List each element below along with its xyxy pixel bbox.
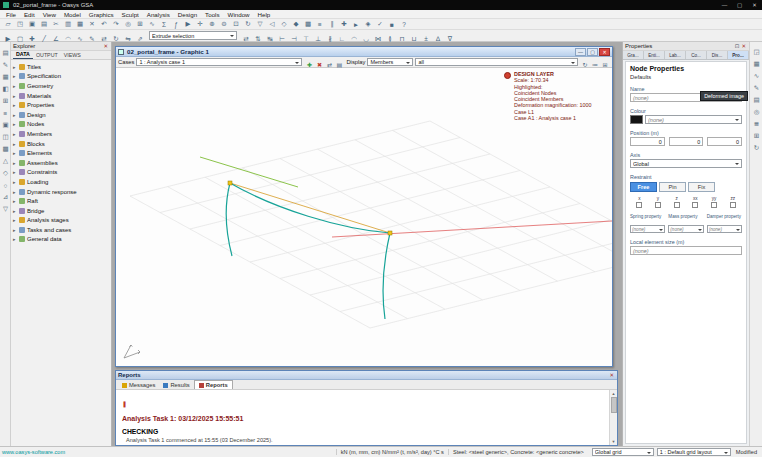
tab-display[interactable]: Dis... <box>707 51 728 59</box>
explorer-item-properties[interactable]: ▸ Properties <box>11 100 111 110</box>
explorer-item-raft[interactable]: ▸ Raft <box>11 196 111 206</box>
dof-checkbox[interactable] <box>692 202 698 208</box>
explorer-item-members[interactable]: ▸ Members <box>11 129 111 139</box>
data-explorer-icon[interactable]: ▤ <box>0 47 11 59</box>
explorer-close-icon[interactable]: ✕ <box>102 43 109 49</box>
reports-header[interactable]: Reports ✕ <box>116 371 617 380</box>
menu-item[interactable]: Window <box>224 10 254 19</box>
dof-checkbox[interactable] <box>674 202 680 208</box>
display-filter-combo[interactable]: all <box>415 58 578 66</box>
restraint-free-button[interactable]: Free <box>630 182 657 192</box>
menu-item[interactable]: Edit <box>20 10 39 19</box>
design-icon[interactable]: ◇ <box>0 167 11 179</box>
section-icon[interactable]: ≡ <box>0 107 11 119</box>
output-explorer-icon[interactable]: ✎ <box>0 59 11 71</box>
minimize-button[interactable]: — <box>717 0 732 10</box>
refresh-icon[interactable]: ↻ <box>750 142 762 154</box>
explorer-item-assemblies[interactable]: ▸ Assemblies <box>11 158 111 168</box>
tab-output[interactable]: OUTPUT <box>33 52 61 59</box>
graphic-icon[interactable]: ◧ <box>0 83 11 95</box>
maximize-button[interactable]: ▢ <box>732 0 747 10</box>
explorer-item-tasks-and-cases[interactable]: ▸ Tasks and cases <box>11 225 111 235</box>
explorer-item-design[interactable]: ▸ Design <box>11 110 111 120</box>
table-icon[interactable]: ⊞ <box>0 95 11 107</box>
explorer-item-dynamic-response[interactable]: ▸ Dynamic response <box>11 187 111 197</box>
target-icon[interactable]: ◎ <box>750 106 762 118</box>
tab-messages[interactable]: Messages <box>118 381 159 389</box>
local-element-size-field[interactable]: (none) <box>630 246 742 255</box>
menu-item[interactable]: Sculpt <box>118 10 143 19</box>
colour-swatch[interactable] <box>630 115 643 124</box>
scroll-up-icon[interactable]: ▲ <box>612 390 616 397</box>
image-icon[interactable]: ▦ <box>750 58 762 70</box>
chart-view-icon[interactable]: ∿ <box>147 20 157 29</box>
damper-property-combo[interactable]: (none) <box>707 225 742 233</box>
position-y-field[interactable]: 0 <box>669 137 704 146</box>
graphic-canvas[interactable]: DESIGN LAYERScale: 1:70.34Highlighted:Co… <box>116 68 612 366</box>
menu-item[interactable]: Graphics <box>85 10 118 19</box>
colour-combo[interactable]: (none) <box>645 115 742 124</box>
extrude-selection-combo[interactable]: Extrude selection <box>149 31 237 40</box>
dof-checkbox[interactable] <box>655 202 661 208</box>
menu-item[interactable]: Tools <box>201 10 223 19</box>
pointer-tool-icon[interactable]: ▶ <box>183 20 193 29</box>
tab-data[interactable]: DATA <box>13 51 33 59</box>
grid-combo[interactable]: Global grid <box>592 448 654 456</box>
position-x-field[interactable]: 0 <box>630 137 665 146</box>
explorer-item-nodes[interactable]: ▸ Nodes <box>11 120 111 130</box>
snapshot-icon[interactable]: ◲ <box>750 46 762 58</box>
report-icon[interactable]: ▽ <box>0 203 11 215</box>
explorer-item-general-data[interactable]: ▸ General data <box>11 235 111 245</box>
views-explorer-icon[interactable]: ▦ <box>0 71 11 83</box>
reports-close-icon[interactable]: ✕ <box>608 372 615 378</box>
display-mode-combo[interactable]: Members <box>367 58 413 66</box>
tab-reports[interactable]: Reports <box>194 380 233 389</box>
explorer-item-titles[interactable]: ▸ Titles <box>11 62 111 72</box>
explorer-item-bridge[interactable]: ▸ Bridge <box>11 206 111 216</box>
zoom-in-icon[interactable]: ⊕ <box>207 20 217 29</box>
tab-properties[interactable]: Pro... <box>728 51 749 59</box>
dof-checkbox[interactable] <box>711 202 717 208</box>
case-selector-combo[interactable]: 1 : Analysis case 1 <box>136 58 302 66</box>
menu-item[interactable]: Design <box>174 10 201 19</box>
layers-icon[interactable]: ≣ <box>750 118 762 130</box>
menu-item[interactable]: Help <box>254 10 275 19</box>
function-icon[interactable]: ƒ <box>171 20 181 29</box>
menu-item[interactable]: File <box>2 10 20 19</box>
scrollbar-thumb[interactable] <box>611 397 617 413</box>
edit-icon[interactable]: ✎ <box>750 82 762 94</box>
pan-tool-icon[interactable]: ✛ <box>195 20 205 29</box>
explorer-item-materials[interactable]: ▸ Materials <box>11 91 111 101</box>
spring-property-combo[interactable]: (none) <box>630 225 665 233</box>
sum-icon[interactable]: Σ <box>159 20 169 29</box>
node-icon[interactable]: ▣ <box>0 119 11 131</box>
oasys-link[interactable]: www.oasys-software.com <box>2 449 65 455</box>
graphic-titlebar[interactable]: 02_portal_frame - Graphic 1 — ▢ ✕ <box>116 47 612 57</box>
list-icon[interactable]: ▤ <box>750 94 762 106</box>
grid-layout-combo[interactable]: 1 : Default grid layout <box>657 448 731 456</box>
reports-scrollbar[interactable]: ▲ ▼ <box>609 390 617 445</box>
axis-combo[interactable]: Global <box>630 159 742 168</box>
mass-property-combo[interactable]: (none) <box>668 225 703 233</box>
restraint-pin-button[interactable]: Pin <box>659 182 686 192</box>
explorer-item-analysis-stages[interactable]: ▸ Analysis stages <box>11 216 111 226</box>
explorer-item-constraints[interactable]: ▸ Constraints <box>11 168 111 178</box>
explorer-item-geometry[interactable]: ▸ Geometry <box>11 81 111 91</box>
tab-graphic-props[interactable]: Gra... <box>623 51 644 59</box>
properties-close-icon[interactable]: ✕ <box>740 43 747 49</box>
load-icon[interactable]: ▩ <box>0 143 11 155</box>
menu-item[interactable]: View <box>39 10 60 19</box>
analysis-icon[interactable]: △ <box>0 155 11 167</box>
explorer-item-loading[interactable]: ▸ Loading <box>11 177 111 187</box>
bridge-icon[interactable]: ○ <box>0 179 11 191</box>
menu-item[interactable]: Analysis <box>143 10 174 19</box>
tab-labels[interactable]: Lab... <box>665 51 686 59</box>
tab-contours[interactable]: Co... <box>686 51 707 59</box>
raft-icon[interactable]: ⊿ <box>0 191 11 203</box>
dof-checkbox[interactable] <box>636 202 642 208</box>
tab-entities[interactable]: Enti... <box>644 51 665 59</box>
restraint-fix-button[interactable]: Fix <box>688 182 715 192</box>
dof-checkbox[interactable] <box>730 202 736 208</box>
window-icon[interactable]: ⊞ <box>750 130 762 142</box>
graph-icon[interactable]: ∿ <box>750 70 762 82</box>
